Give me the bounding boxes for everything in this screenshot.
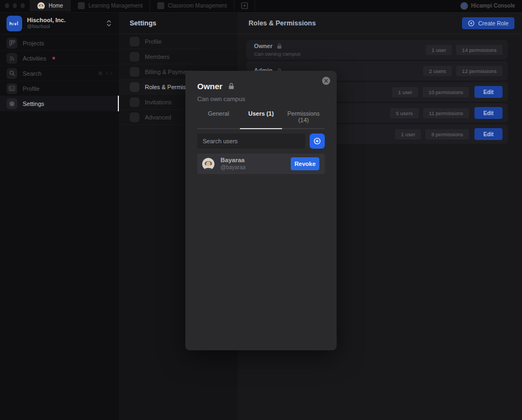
plus-circle-icon: [313, 137, 321, 145]
placeholder-icon: [130, 112, 139, 122]
topbar: Home Learning Management Classroom Manag…: [0, 0, 522, 12]
placeholder-icon: [130, 67, 139, 77]
tab-home[interactable]: Home: [30, 0, 71, 11]
create-role-label: Create Role: [478, 20, 508, 26]
lock-icon: [277, 43, 282, 49]
avatar-icon: [202, 158, 215, 170]
modal-title: Owner: [197, 82, 223, 91]
sidebar-item-label: Activities: [23, 55, 46, 62]
user-list-item: Bayaraa @bayaraa Revoke: [197, 154, 325, 174]
permission-count-badge: 8 permissions: [425, 129, 469, 139]
sidebar-item-label: Projects: [23, 40, 44, 46]
revoke-button[interactable]: Revoke: [291, 157, 319, 170]
role-detail-modal: Owner Can own campus General Users (1) P…: [185, 71, 337, 350]
main-header: Roles & Permissions Create Role: [238, 12, 522, 34]
workspace-logo: [6, 16, 22, 31]
create-role-button[interactable]: Create Role: [462, 17, 514, 29]
sidebar-item-profile[interactable]: Profile: [0, 81, 119, 96]
settings-item-label: Profile: [145, 38, 162, 45]
modal-subtitle: Can own campus: [197, 96, 325, 102]
placeholder-icon: [130, 52, 139, 62]
settings-item-label: Advanced: [145, 114, 171, 121]
plus-circle-icon: [468, 20, 474, 26]
role-name: Owner: [254, 43, 272, 50]
settings-item-profile[interactable]: Profile: [119, 34, 238, 49]
workspace-name: Hischool, Inc.: [27, 17, 102, 24]
page-title: Roles & Permissions: [249, 19, 462, 27]
close-icon[interactable]: [322, 77, 330, 85]
edit-role-button[interactable]: Edit: [474, 128, 503, 140]
hand-icon: [460, 2, 468, 10]
window-dot-icon[interactable]: [13, 3, 17, 8]
window-controls: [0, 0, 30, 11]
tab-learning-management[interactable]: Learning Management: [71, 0, 150, 11]
role-description: Can owning campus: [254, 51, 421, 57]
modal-tabs: General Users (1) Permissions (14): [197, 110, 325, 129]
tab-permissions[interactable]: Permissions (14): [282, 110, 325, 128]
sidebar-item-settings[interactable]: Settings: [0, 96, 119, 111]
tab-label: Learning Management: [89, 3, 143, 9]
workspace-sidebar: Hischool, Inc. @hischool Projects Activi…: [0, 12, 119, 420]
add-user-button[interactable]: [310, 134, 325, 149]
placeholder-icon: [130, 37, 139, 46]
tab-label: Home: [49, 3, 63, 9]
user-count-badge: 5 users: [390, 108, 419, 118]
permission-count-badge: 10 permissions: [423, 87, 469, 97]
role-row-owner[interactable]: Owner Can owning campus 1 user 14 permis…: [246, 40, 508, 59]
settings-item-label: Members: [145, 54, 170, 60]
user-count-badge: 1 user: [395, 129, 421, 139]
permission-count-badge: 14 permissions: [456, 45, 503, 55]
placeholder-icon: [130, 97, 139, 107]
edit-role-button[interactable]: Edit: [474, 107, 503, 119]
plus-square-icon: [241, 2, 248, 9]
console-label: Hicampi Console: [471, 3, 515, 9]
user-count-badge: 1 user: [392, 87, 418, 97]
settings-item-label: Billing & Payment: [145, 69, 191, 75]
settings-item-label: Invitations: [145, 99, 172, 105]
app-placeholder-icon: [78, 2, 85, 9]
workspace-switcher[interactable]: Hischool, Inc. @hischool: [0, 12, 119, 35]
tab-label: Classroom Management: [168, 3, 227, 9]
permission-count-badge: 12 permissions: [456, 66, 503, 76]
permission-count-badge: 11 permissions: [423, 108, 469, 118]
edit-role-button[interactable]: Edit: [474, 86, 503, 98]
placeholder-icon: [130, 82, 139, 92]
tab-general[interactable]: General: [197, 110, 240, 128]
sidebar-item-projects[interactable]: Projects: [0, 36, 119, 51]
user-handle: @bayaraa: [220, 164, 291, 171]
new-tab-button[interactable]: [235, 0, 255, 11]
window-dot-icon[interactable]: [21, 3, 25, 8]
sidebar-item-label: Search: [23, 70, 92, 77]
projects-icon: [6, 38, 17, 49]
chevron-up-down-icon: [106, 19, 112, 27]
user-count-badge: 1 user: [426, 45, 452, 55]
activity-feed-icon: [6, 53, 17, 64]
gear-icon: [6, 98, 17, 109]
settings-panel-title: Settings: [119, 12, 238, 34]
settings-item-members[interactable]: Members: [119, 49, 238, 64]
sidebar-item-label: Settings: [23, 101, 44, 107]
avatar-icon: [37, 2, 45, 10]
sidebar-item-activities[interactable]: Activities: [0, 51, 119, 66]
lock-icon: [228, 83, 235, 90]
workspace-handle: @hischool: [27, 24, 102, 30]
console-badge[interactable]: Hicampi Console: [453, 0, 522, 11]
user-count-badge: 2 users: [423, 66, 452, 76]
search-users-input[interactable]: [197, 134, 305, 149]
user-name: Bayaraa: [220, 157, 291, 164]
window-dot-icon[interactable]: [5, 3, 9, 8]
id-card-icon: [6, 83, 17, 94]
tab-users[interactable]: Users (1): [240, 110, 283, 128]
app-placeholder-icon: [157, 2, 164, 9]
search-shortcut: ⌘ + /: [98, 71, 112, 76]
sidebar-item-search[interactable]: Search ⌘ + /: [0, 66, 119, 81]
search-icon: [6, 68, 17, 79]
notification-dot: [52, 57, 55, 59]
tab-classroom-management[interactable]: Classroom Management: [150, 0, 235, 11]
sidebar-item-label: Profile: [23, 85, 39, 92]
